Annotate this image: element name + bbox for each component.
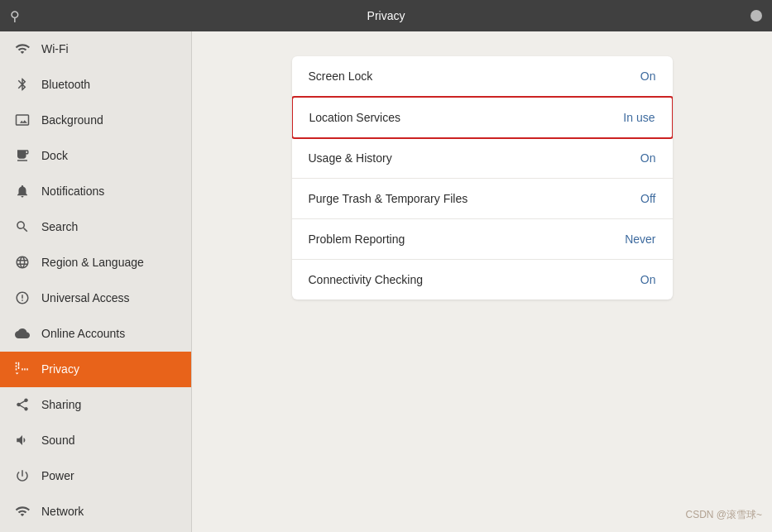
sidebar-item-universal[interactable]: Universal Access	[0, 280, 191, 316]
row-label: Screen Lock	[309, 69, 640, 83]
panel-row-location-services[interactable]: Location ServicesIn use	[292, 96, 673, 139]
titlebar-title: Privacy	[367, 9, 405, 22]
watermark: CSDN @滚雪球~	[685, 508, 762, 522]
row-value: On	[640, 151, 656, 165]
sidebar-item-network[interactable]: Network	[0, 494, 191, 530]
sidebar-item-label: Region & Language	[41, 256, 144, 269]
universal-icon	[13, 289, 31, 307]
sidebar: Wi-FiBluetoothBackgroundDockNotification…	[0, 31, 192, 532]
sidebar-item-sharing[interactable]: Sharing	[0, 387, 191, 423]
panel-row-usage-history[interactable]: Usage & HistoryOn	[292, 138, 673, 179]
sidebar-item-online[interactable]: Online Accounts	[0, 316, 191, 352]
row-value: Off	[640, 192, 655, 205]
search-icon[interactable]: ⚲	[10, 8, 20, 24]
notifications-icon	[13, 182, 31, 200]
row-label: Usage & History	[309, 151, 640, 165]
sidebar-item-notifications[interactable]: Notifications	[0, 174, 191, 209]
sidebar-item-search[interactable]: Search	[0, 209, 191, 245]
sidebar-item-label: Search	[41, 220, 78, 233]
sound-icon	[13, 431, 31, 449]
sidebar-item-label: Power	[41, 469, 74, 482]
sidebar-item-sound[interactable]: Sound	[0, 423, 191, 458]
sidebar-item-label: Sound	[41, 434, 74, 447]
sidebar-item-wifi[interactable]: Wi-Fi	[0, 31, 191, 67]
sidebar-item-label: Network	[41, 505, 84, 518]
search-icon	[13, 218, 31, 236]
sidebar-item-label: Background	[41, 113, 103, 127]
sharing-icon	[13, 395, 31, 414]
row-label: Connectivity Checking	[309, 273, 640, 286]
sidebar-item-label: Sharing	[41, 398, 81, 411]
sidebar-item-privacy[interactable]: Privacy	[0, 352, 191, 387]
background-icon	[13, 111, 31, 129]
sidebar-item-label: Universal Access	[41, 291, 130, 304]
bluetooth-icon	[13, 75, 31, 93]
sidebar-item-background[interactable]: Background	[0, 103, 191, 138]
privacy-panel: Screen LockOnLocation ServicesIn useUsag…	[292, 56, 673, 300]
row-label: Location Services	[309, 111, 624, 124]
row-label: Problem Reporting	[309, 232, 626, 246]
panel-row-purge-trash[interactable]: Purge Trash & Temporary FilesOff	[292, 179, 673, 219]
row-value: On	[640, 69, 656, 83]
sidebar-item-dock[interactable]: Dock	[0, 138, 191, 174]
sidebar-item-label: Dock	[41, 149, 68, 162]
main-layout: Wi-FiBluetoothBackgroundDockNotification…	[0, 31, 772, 532]
row-label: Purge Trash & Temporary Files	[309, 192, 641, 205]
network-icon	[13, 502, 31, 520]
wifi-icon	[13, 40, 31, 58]
panel-row-problem-reporting[interactable]: Problem ReportingNever	[292, 219, 673, 260]
panel-row-screen-lock[interactable]: Screen LockOn	[292, 56, 673, 97]
privacy-icon	[13, 360, 31, 378]
sidebar-item-bluetooth[interactable]: Bluetooth	[0, 67, 191, 103]
sidebar-item-label: Wi-Fi	[41, 42, 69, 55]
panel-row-connectivity[interactable]: Connectivity CheckingOn	[292, 260, 673, 300]
sidebar-item-label: Online Accounts	[41, 327, 125, 340]
row-value: Never	[625, 232, 655, 246]
dock-icon	[13, 146, 31, 165]
minimize-button[interactable]	[750, 10, 762, 22]
row-value: On	[640, 273, 656, 286]
titlebar: ⚲ Privacy	[0, 0, 772, 31]
row-value: In use	[623, 111, 655, 124]
region-icon	[13, 253, 31, 271]
sidebar-item-label: Notifications	[41, 185, 104, 198]
content-area: Screen LockOnLocation ServicesIn useUsag…	[192, 31, 772, 532]
online-icon	[13, 324, 31, 343]
window-controls	[750, 10, 762, 22]
sidebar-item-power[interactable]: Power	[0, 458, 191, 494]
power-icon	[13, 467, 31, 485]
sidebar-item-region[interactable]: Region & Language	[0, 245, 191, 280]
sidebar-item-label: Privacy	[41, 362, 79, 376]
sidebar-item-label: Bluetooth	[41, 78, 90, 91]
